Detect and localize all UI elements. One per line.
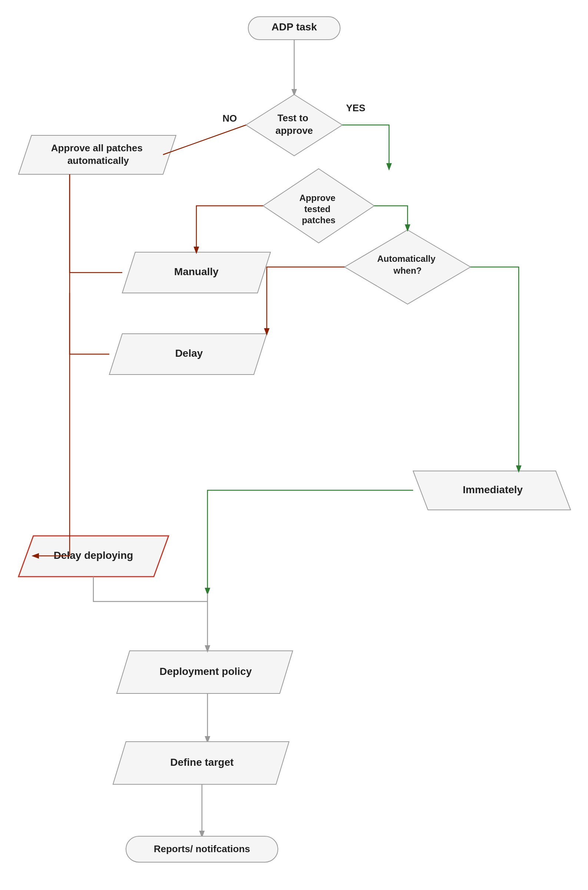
adp-task-node: ADP task xyxy=(248,17,340,40)
approve-tested-patches-label: Approve tested patches xyxy=(299,193,338,225)
delay-label: Delay xyxy=(175,347,203,359)
arrow-tested-yes-to-auto-when xyxy=(374,206,408,230)
no-label: NO xyxy=(223,113,237,124)
delay-deploying-label: Delay deploying xyxy=(54,550,134,561)
define-target-node: Define target xyxy=(113,742,289,784)
arrow-auto-when-yes-to-immediately xyxy=(471,267,519,471)
manually-label: Manually xyxy=(174,266,219,277)
deployment-policy-label: Deployment policy xyxy=(160,666,252,677)
arrow-immediately-to-deployment xyxy=(207,490,413,593)
reports-notifications-label: Reports/ notifcations xyxy=(154,843,250,854)
arrow-yes-to-approve-tested xyxy=(342,125,389,169)
deployment-policy-node: Deployment policy xyxy=(117,651,293,693)
delay-node: Delay xyxy=(109,334,267,374)
approve-tested-patches-node: Approve tested patches xyxy=(263,169,374,243)
arrow-delay-deploying-to-merge xyxy=(93,577,207,601)
manually-node: Manually xyxy=(122,252,270,293)
arrow-manually-to-main-left xyxy=(70,174,122,272)
approve-all-patches-node: Approve all patches automatically xyxy=(18,135,176,174)
arrow-auto-when-no-to-delay xyxy=(267,267,345,334)
yes-label: YES xyxy=(346,102,365,113)
define-target-label: Define target xyxy=(170,756,233,768)
immediately-label: Immediately xyxy=(463,484,523,495)
arrow-tested-no-to-manually xyxy=(196,206,263,252)
test-to-approve-node: Test to approve xyxy=(246,95,342,156)
reports-notifications-node: Reports/ notifcations xyxy=(126,836,278,862)
arrow-delay-to-main-left xyxy=(70,293,109,354)
immediately-node: Immediately xyxy=(413,471,571,510)
arrow-test-no-to-approve-all xyxy=(163,125,246,155)
automatically-when-node: Automatically when? xyxy=(345,230,471,304)
adp-task-label: ADP task xyxy=(272,21,317,33)
